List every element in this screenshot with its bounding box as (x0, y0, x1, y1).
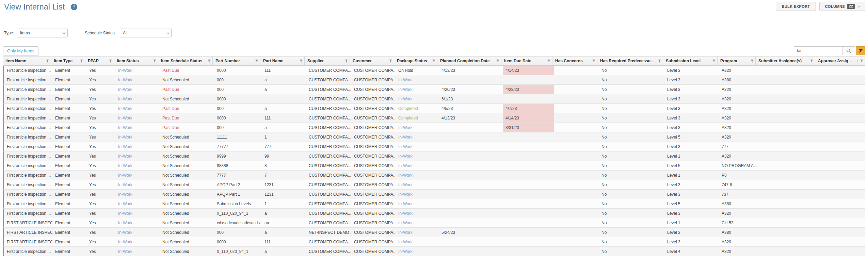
filter-icon[interactable] (496, 60, 499, 63)
customer-cell: CUSTOMER COMPA... (351, 247, 396, 256)
table-row[interactable]: First article inspection ...ElementYesIn… (3, 85, 865, 94)
table-row[interactable]: First article inspection ...ElementYesIn… (3, 180, 865, 190)
part-number-cell: 88888 (214, 161, 262, 170)
column-header-program[interactable]: Program (718, 57, 756, 65)
item-status-cell: In-Work (115, 237, 160, 246)
table-row[interactable]: First article inspection ...ElementYesIn… (3, 75, 865, 85)
type-select[interactable]: Items (17, 29, 68, 37)
search-button[interactable] (842, 46, 855, 55)
customer-cell: CUSTOMER COMPA... (351, 85, 396, 94)
table-row[interactable]: First article inspection ...ElementYesIn… (3, 132, 865, 142)
filter-icon[interactable] (80, 60, 83, 63)
column-header-part-number[interactable]: Part Number (213, 57, 260, 65)
table-row[interactable]: First article inspection ...ElementYesIn… (3, 171, 865, 180)
filter-icon[interactable] (345, 60, 348, 63)
filter-icon[interactable] (153, 60, 156, 63)
filter-icon[interactable] (751, 60, 754, 63)
item-schedule-status-cell: Not Scheduled (160, 94, 214, 103)
column-header-submission-level[interactable]: Submission Level (663, 57, 718, 65)
column-header-supplier[interactable]: Supplier (305, 57, 350, 65)
only-my-items-button[interactable]: Only My Items (3, 46, 38, 55)
table-row[interactable]: First article inspection ...ElementYesIn… (3, 104, 865, 113)
supplier-cell: CUSTOMER COMPA... (306, 180, 351, 189)
filter-icon[interactable] (46, 60, 49, 63)
table-row[interactable]: FIRST ARTICLE INSPEC...ElementYesIn-Work… (3, 218, 865, 228)
filter-icon[interactable] (592, 60, 595, 63)
item-type-cell: Element (52, 94, 86, 103)
customer-cell: CUSTOMER COMPA... (351, 75, 396, 84)
item-type-cell: Element (52, 237, 86, 246)
customer-cell: CUSTOMER COMPA... (351, 237, 396, 246)
item-name-cell: FIRST ARTICLE INSPEC... (4, 218, 52, 227)
program-cell: A380 (719, 199, 757, 208)
table-row[interactable]: First article inspection ...ElementYesIn… (3, 123, 865, 132)
customer-cell: CUSTOMER COMPA... (351, 94, 396, 103)
item-schedule-status-cell: Not Scheduled (160, 180, 214, 189)
has-concerns-cell (554, 171, 599, 180)
clear-filter-button[interactable] (856, 46, 865, 55)
table-row[interactable]: First article inspection ...ElementYesIn… (3, 199, 865, 209)
part-number-cell: 0000 (214, 237, 262, 246)
has-required-predecessors-cell: No (599, 190, 664, 199)
filter-icon[interactable] (547, 60, 550, 63)
schedule-status-select[interactable]: All (120, 29, 172, 37)
column-label: Item Due Date (504, 59, 531, 63)
filter-icon[interactable] (208, 60, 211, 63)
approver-assignees-cell (817, 218, 867, 227)
filter-icon[interactable] (658, 60, 661, 63)
submission-level-cell: Level 3 (664, 209, 719, 218)
table-row[interactable]: First article inspection ...ElementYesIn… (3, 151, 865, 161)
table-row[interactable]: First article inspection ...ElementYesIn… (3, 161, 865, 171)
approver-assignees-cell (817, 151, 867, 161)
filter-icon[interactable] (860, 60, 863, 63)
column-header-part-name[interactable]: Part Name (260, 57, 305, 65)
table-row[interactable]: FIRST ARTICLE INSPEC...ElementYesIn-Work… (3, 228, 865, 237)
table-row[interactable]: First article inspection ...ElementYesIn… (3, 190, 865, 199)
column-header-has-required-predecessors[interactable]: Has Required Predecessors? (597, 57, 663, 65)
search-input[interactable] (794, 46, 842, 55)
planned-completion-date-cell (439, 151, 503, 161)
column-header-package-status[interactable]: Package Status (394, 57, 437, 65)
column-header-item-type[interactable]: Item Type (51, 57, 85, 65)
filter-bar: Type: Items Schedule Status: All (4, 29, 172, 37)
planned-completion-date-cell (439, 237, 503, 246)
item-status-cell: In-Work (115, 180, 160, 189)
filter-icon[interactable] (810, 60, 813, 63)
has-required-predecessors-cell: No (599, 161, 664, 170)
column-header-has-concerns[interactable]: Has Concerns (552, 57, 597, 65)
filter-icon[interactable] (432, 60, 435, 63)
type-label: Type: (4, 31, 14, 35)
column-header-ppap[interactable]: PPAP (85, 57, 114, 65)
table-row[interactable]: First article inspection ...ElementYesIn… (3, 113, 865, 123)
column-header-submitter-assignee-s[interactable]: Submitter Assignee(s) (756, 57, 815, 65)
customer-cell: CUSTOMER COMPA... (351, 161, 396, 170)
table-row[interactable]: First article inspection ...ElementYesIn… (3, 247, 865, 256)
table-row[interactable]: FIRST ARTICLE INSPEC...ElementYesIn-Work… (3, 237, 865, 247)
column-header-planned-completion-date[interactable]: Planned Completion Date (437, 57, 501, 65)
item-status-cell: In-Work (115, 123, 160, 132)
column-header-item-status[interactable]: Item Status (114, 57, 158, 65)
columns-button[interactable]: COLUMNS 22 (819, 2, 865, 11)
table-row[interactable]: First article inspection ...ElementYesIn… (3, 209, 865, 218)
has-required-predecessors-cell: No (599, 132, 664, 142)
column-header-approver-assignee-s[interactable]: Approver Assignee(s)↑ (815, 57, 865, 65)
filter-icon[interactable] (300, 60, 303, 63)
bulk-export-button[interactable]: BULK EXPORT (776, 2, 816, 11)
column-header-item-due-date[interactable]: Item Due Date (501, 57, 552, 65)
program-cell: 777 (719, 142, 757, 151)
filter-icon[interactable] (712, 60, 716, 63)
column-header-item-schedule-status[interactable]: Item Schedule Status (158, 57, 213, 65)
filter-icon[interactable] (389, 60, 392, 63)
column-header-item-name[interactable]: Item Name (3, 57, 51, 65)
help-icon[interactable]: ? (71, 4, 77, 10)
table-row[interactable]: First article inspection ...ElementYesIn… (3, 142, 865, 151)
planned-completion-date-cell (439, 75, 503, 84)
filter-icon[interactable] (255, 60, 258, 63)
table-row[interactable]: First article inspection ...ElementYesIn… (3, 66, 865, 75)
column-header-customer[interactable]: Customer (350, 57, 394, 65)
filter-icon[interactable] (109, 60, 112, 63)
package-status-cell: Completed (396, 104, 439, 113)
part-number-cell: Submission Levels (214, 199, 262, 208)
table-row[interactable]: First article inspection ...ElementYesIn… (3, 94, 865, 104)
has-concerns-cell (554, 104, 599, 113)
